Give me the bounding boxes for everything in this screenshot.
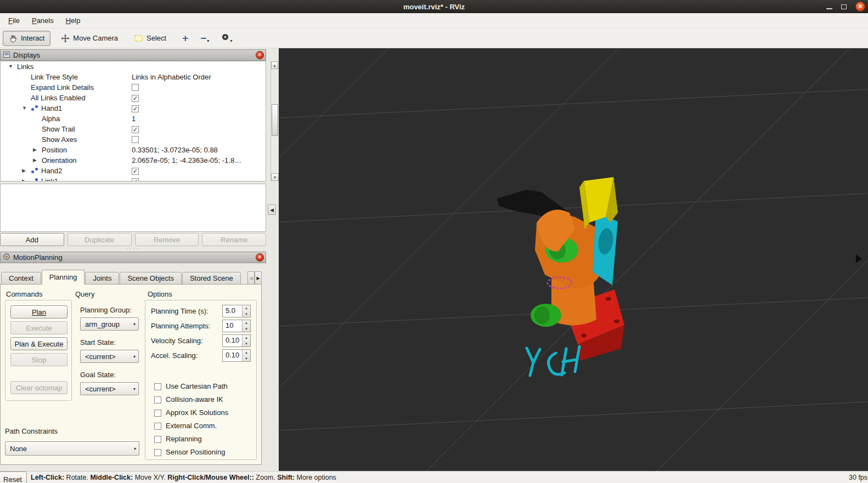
tab-scroll-right-icon[interactable]: ▶ [255,271,262,285]
tree-row-show-trail[interactable]: Show Trail✓ [1,124,266,134]
spin-up-icon[interactable]: ▲ [243,335,250,341]
tree-row-links[interactable]: ▼Links [1,61,266,72]
checkbox-replanning[interactable]: Replanning [154,432,228,445]
tool-move-camera[interactable]: Move Camera [55,31,124,46]
checkbox-external-comm[interactable]: External Comm. [154,419,228,432]
expander-icon[interactable]: ▼ [22,103,27,113]
maximize-button[interactable] [841,3,847,11]
tree-row-position[interactable]: ▶Position0.33501; -3.0723e-05; 0.88 [1,145,266,155]
robot-model[interactable] [497,177,624,376]
expander-icon[interactable]: ▶ [33,145,37,155]
tab-scroll-left-icon[interactable]: ◀ [247,271,255,285]
add-tool-button[interactable]: + [180,32,190,45]
spin-down-icon[interactable]: ▼ [243,341,250,347]
combo-goal-state[interactable]: <current>▾ [80,382,139,395]
combo-planning-group[interactable]: arm_group▾ [80,317,139,331]
tab-planning[interactable]: Planning [42,270,85,285]
panel-collapse-arrow[interactable]: ◀ [268,204,276,215]
tree-row-alpha[interactable]: Alpha1 [1,113,266,124]
command-plan-execute-button[interactable]: Plan & Execute [10,337,67,350]
checkbox-sensor-positioning[interactable]: Sensor Positioning [154,445,228,458]
checkbox-use-cartesian-path[interactable]: Use Cartesian Path [154,379,228,393]
spin-down-icon[interactable]: ▼ [243,326,250,332]
tree-row-show-axes[interactable]: Show Axes [1,134,266,145]
checkbox[interactable]: ✓ [132,178,139,181]
minimize-button[interactable] [826,3,832,11]
combo-start-state[interactable]: <current>▾ [80,350,139,363]
displays-tree[interactable]: ▼LinksLink Tree StyleLinks in Alphabetic… [0,61,266,181]
spinner-planning-attempts[interactable]: 10▲▼ [222,320,251,332]
spin-down-icon[interactable]: ▼ [243,311,250,317]
spinner-accel-scaling[interactable]: 0.10▲▼ [222,349,251,362]
expander-icon[interactable]: ▶ [22,176,26,181]
checkbox[interactable]: ✓ [132,105,139,112]
tree-value[interactable]: 1 [132,113,136,124]
tool-interact[interactable]: Interact [3,31,50,46]
spinner-arrows[interactable]: ▲▼ [242,350,250,361]
tree-row-orientation[interactable]: ▶Orientation2.0657e-05; 1; -4.2363e-05; … [1,155,266,166]
spin-up-icon[interactable]: ▲ [243,350,250,356]
tree-row-link1[interactable]: ▶Link1✓ [1,176,266,181]
scrollbar-thumb[interactable] [272,104,278,136]
reset-button[interactable]: Reset [0,471,27,483]
spinner-arrows[interactable]: ▲▼ [242,305,250,317]
close-button[interactable]: ✕ [855,2,865,12]
path-constraints-combo[interactable]: None ▾ [5,441,139,456]
menu-panels[interactable]: Panels [26,14,60,27]
tree-row-expand-link-details[interactable]: Expand Link Details [1,82,266,93]
spinner-velocity-scaling[interactable]: 0.10▲▼ [222,334,251,347]
spinner-arrows[interactable]: ▲▼ [242,320,250,332]
spin-up-icon[interactable]: ▲ [243,305,250,311]
tool-properties-button[interactable]: ▾ [219,32,234,44]
tree-value[interactable]: 0.33501; -3.0723e-05; 0.88 [132,145,218,155]
tree-row-hand1[interactable]: ▼Hand1✓ [1,103,266,113]
chevron-down-icon: ▾ [133,322,136,327]
scroll-up-icon[interactable]: ▲ [271,61,278,69]
tab-context[interactable]: Context [1,272,41,285]
checkbox[interactable]: ✓ [132,126,139,133]
displays-panel-header[interactable]: Displays ✕ [0,49,266,61]
titlebar[interactable]: moveit.rviz* - RViz ✕ [0,0,868,13]
spin-up-icon[interactable]: ▲ [243,320,250,326]
panel-splitter[interactable]: ···· [0,247,266,251]
options-section-title: Options [148,290,172,298]
checkbox-box [154,383,161,390]
tool-select[interactable]: Select [128,31,172,46]
motionplanning-panel-header[interactable]: MotionPlanning ✕ [0,252,266,263]
tree-value[interactable]: Links in Alphabetic Order [132,72,211,82]
tab-scene-objects[interactable]: Scene Objects [120,272,182,285]
checkbox[interactable] [132,84,139,91]
displays-close-button[interactable]: ✕ [256,51,264,59]
spinner-arrows[interactable]: ▲▼ [242,335,250,346]
checkbox[interactable]: ✓ [132,95,139,102]
tab-stored-scene[interactable]: Stored Scene [182,272,241,285]
displays-add-button[interactable]: Add [0,233,64,246]
checkbox[interactable] [132,136,139,143]
fps-counter: 30 fps [849,474,867,481]
display-description-area [0,184,266,232]
command-plan-button[interactable]: Plan [10,305,67,319]
spinner-planning-time-s[interactable]: 5.0▲▼ [222,305,251,317]
tree-value[interactable]: 2.0657e-05; 1; -4.2363e-05; -1.8… [132,155,241,166]
remove-tool-button[interactable]: − ▾ [198,32,211,45]
tree-row-hand2[interactable]: ▶Hand2✓ [1,166,266,176]
tree-row-link-tree-style[interactable]: Link Tree StyleLinks in Alphabetic Order [1,72,266,82]
right-panel-collapse-arrow[interactable] [856,254,862,263]
3d-viewport[interactable] [279,48,868,471]
scroll-down-icon[interactable]: ▼ [271,173,279,181]
planning-time-s-label: Planning Time (s): [151,307,208,315]
tab-joints[interactable]: Joints [85,272,119,285]
checkbox-approx-ik-solutions[interactable]: Approx IK Solutions [154,406,228,419]
checkbox[interactable]: ✓ [132,168,139,175]
motionplanning-close-button[interactable]: ✕ [256,253,264,262]
checkbox-collision-aware-ik[interactable]: Collision-aware IK [154,393,228,406]
spin-down-icon[interactable]: ▼ [243,356,250,362]
menu-help[interactable]: Help [60,14,87,27]
spinner-value: 5.0 [223,305,242,317]
expander-icon[interactable]: ▼ [8,61,13,72]
tree-row-all-links-enabled[interactable]: All Links Enabled✓ [1,93,266,103]
expander-icon[interactable]: ▶ [22,166,26,176]
expander-icon[interactable]: ▶ [33,155,37,166]
menu-file[interactable]: File [2,14,26,27]
tree-scrollbar[interactable]: ▲ ▼ [270,61,278,181]
